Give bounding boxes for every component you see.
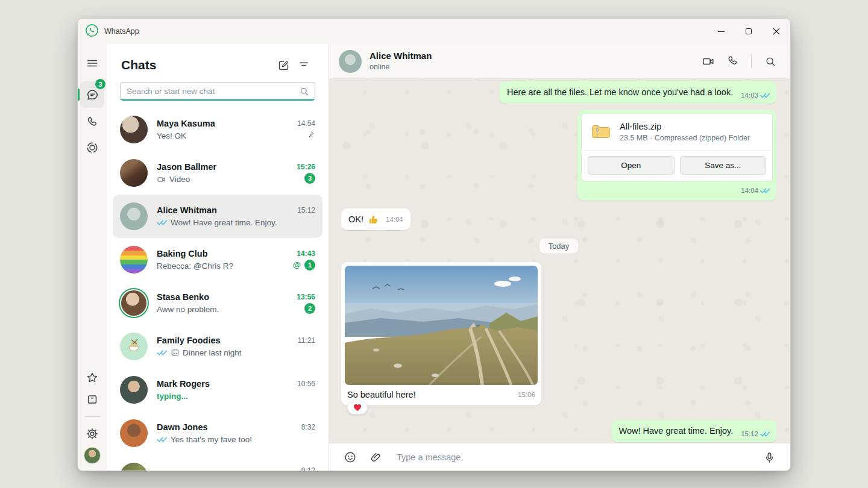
new-chat-button[interactable]	[273, 56, 294, 74]
chats-icon	[86, 88, 99, 102]
chats-tab[interactable]: 3	[80, 81, 104, 108]
conversation-status: online	[370, 62, 698, 72]
chat-row-text: Stasa Benko Aww no problem.	[157, 291, 282, 316]
chat-list-item-selected[interactable]: Alice Whitman Wow! Have great time. Enjo…	[113, 195, 322, 238]
search-in-chat-button[interactable]	[760, 52, 781, 70]
search-input[interactable]	[120, 82, 315, 101]
conversation-name: Alice Whitman	[370, 50, 698, 62]
chat-name: Baking Club	[157, 248, 282, 260]
navigation-rail: 3	[78, 44, 107, 471]
chat-list-item[interactable]: Jason Ballmer Video 15:26 3	[113, 151, 322, 195]
chat-row-meta: 10:56	[291, 380, 315, 401]
read-ticks-icon	[157, 436, 168, 443]
message-bubble: Wow! Have great time. Enjoy. 15:12	[612, 420, 776, 442]
chat-list-item[interactable]: Ziggy Woodley 9:12	[113, 455, 322, 471]
maximize-icon	[746, 28, 752, 34]
unread-badge: 3	[304, 173, 315, 184]
message-time: 15:12	[741, 428, 758, 440]
close-icon	[773, 28, 780, 35]
calls-icon	[86, 116, 99, 129]
chat-list-item[interactable]: Maya Kasuma Yes! OK 14:54	[113, 108, 322, 151]
chat-row-meta: 8:32	[291, 423, 315, 444]
calls-tab[interactable]	[80, 111, 104, 133]
attach-button[interactable]	[365, 447, 386, 468]
emoji-button[interactable]	[340, 447, 360, 468]
whatsapp-logo-icon	[86, 24, 98, 39]
chat-row-text: Dawn Jones Yes that's my fave too!	[157, 421, 282, 446]
emoji-icon	[344, 451, 357, 464]
avatar	[120, 246, 148, 274]
chat-time: 10:56	[297, 380, 315, 388]
filter-chats-button[interactable]	[294, 56, 314, 74]
chat-preview: Wow! Have great time. Enjoy.	[171, 217, 277, 229]
panel-title: Chats	[121, 58, 273, 72]
chat-name: Dawn Jones	[157, 421, 282, 434]
search-container	[120, 82, 315, 101]
chat-row-meta: 15:26 3	[291, 163, 315, 184]
chat-name: Stasa Benko	[157, 291, 282, 304]
file-texts: All-files.zip 23.5 MB · Compressed (zipp…	[620, 121, 750, 143]
chat-time: 15:12	[297, 206, 315, 214]
avatar	[120, 202, 148, 230]
conversation-area: Alice Whitman online	[329, 44, 790, 471]
file-summary: All-files.zip 23.5 MB · Compressed (zipp…	[582, 114, 772, 150]
chat-list-item[interactable]: Family Foodies Dinner last night 11:21	[113, 325, 322, 368]
chat-list-item[interactable]: Stasa Benko Aww no problem. 13:56 2	[113, 281, 322, 325]
avatar	[120, 116, 148, 143]
voice-record-button[interactable]	[759, 447, 779, 468]
image-caption: So beautiful here!	[347, 389, 416, 401]
settings-button[interactable]	[80, 423, 104, 445]
message-text: Here are all the files. Let me know once…	[507, 87, 733, 97]
message-meta: 14:04	[581, 181, 773, 197]
chat-list-item[interactable]: Baking Club Rebecca: @Chris R? 14:43 @ 1	[113, 238, 322, 281]
message-input[interactable]	[391, 452, 754, 462]
video-preview-icon	[157, 175, 166, 184]
chat-time: 13:56	[297, 293, 315, 301]
chat-row-meta: 14:43 @ 1	[291, 249, 315, 271]
close-button[interactable]	[763, 19, 790, 44]
photo-mountain-landscape[interactable]	[345, 266, 538, 385]
chat-row-meta: 15:12	[291, 206, 315, 227]
open-file-button[interactable]: Open	[588, 156, 675, 175]
message-meta: 15:12	[741, 428, 770, 440]
chat-list-item[interactable]: Mark Rogers typing... 10:56	[113, 368, 322, 411]
conversation-avatar[interactable]	[339, 50, 362, 73]
chat-time: 14:43	[297, 249, 315, 258]
avatar	[120, 419, 148, 447]
image-message-bubble: So beautiful here! 15:06	[341, 262, 541, 405]
chat-name: Alice Whitman	[157, 204, 282, 217]
voice-call-button[interactable]	[722, 52, 743, 70]
unread-badge: 1	[304, 260, 315, 271]
message-time: 14:03	[741, 89, 758, 101]
message-composer	[329, 443, 790, 471]
active-tab-indicator	[78, 89, 80, 101]
header-divider	[751, 55, 752, 68]
chat-preview: Dinner last night	[183, 347, 242, 359]
profile-avatar[interactable]	[84, 447, 101, 464]
maximize-button[interactable]	[735, 19, 763, 44]
hamburger-icon	[86, 57, 99, 70]
heart-reaction-pill[interactable]	[347, 401, 368, 414]
chat-row-text: Jason Ballmer Video	[157, 161, 282, 186]
title-bar[interactable]: WhatsApp	[78, 19, 790, 44]
archive-icon	[86, 393, 99, 406]
unread-chats-badge: 3	[95, 79, 105, 89]
status-tab[interactable]	[80, 137, 104, 158]
menu-button[interactable]	[80, 52, 104, 74]
voice-call-icon	[726, 55, 739, 67]
starred-messages-button[interactable]	[80, 367, 104, 389]
minimize-button[interactable]	[707, 19, 735, 44]
date-divider: Today	[539, 239, 579, 254]
avatar	[120, 333, 148, 360]
save-as-button[interactable]: Save as...	[680, 156, 767, 175]
new-chat-icon	[277, 59, 290, 72]
chat-preview: Yes that's my fave too!	[171, 434, 252, 446]
chat-list: Maya Kasuma Yes! OK 14:54 Jason Ballmer	[107, 108, 329, 471]
chat-row-text: Maya Kasuma Yes! OK	[157, 117, 282, 142]
chat-list-item[interactable]: Dawn Jones Yes that's my fave too! 8:32	[113, 411, 322, 455]
file-card[interactable]: All-files.zip 23.5 MB · Compressed (zipp…	[581, 113, 773, 181]
archived-chats-button[interactable]	[80, 389, 104, 410]
video-call-button[interactable]	[698, 52, 719, 70]
file-name: All-files.zip	[620, 121, 750, 133]
conversation-header[interactable]: Alice Whitman online	[329, 44, 790, 79]
